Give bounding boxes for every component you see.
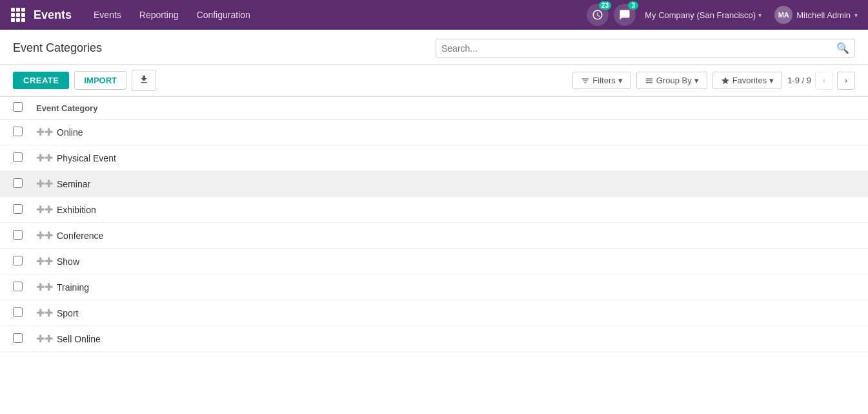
user-menu[interactable]: MA Mitchell Admin ▾ xyxy=(771,6,862,24)
pagination-next-button[interactable]: › xyxy=(837,72,855,90)
row-checkbox[interactable] xyxy=(13,333,23,343)
nav-configuration[interactable]: Configuration xyxy=(188,0,259,30)
brand-title: Events xyxy=(30,8,72,22)
drag-handle-icon[interactable]: ✚✚ xyxy=(36,333,52,345)
avatar: MA xyxy=(774,6,792,24)
row-category-name: Sport xyxy=(57,308,855,318)
row-category-name: Seminar xyxy=(57,179,855,189)
row-checkbox-col xyxy=(13,204,36,216)
user-caret-icon: ▾ xyxy=(854,12,858,19)
clock-icon xyxy=(592,9,603,21)
row-checkbox[interactable] xyxy=(13,152,23,162)
group-by-caret-icon: ▾ xyxy=(694,76,699,85)
table-row[interactable]: ✚✚ Training xyxy=(0,274,868,300)
row-checkbox-col xyxy=(13,333,36,345)
messages-badge: 3 xyxy=(628,1,638,10)
row-category-name: Conference xyxy=(57,231,855,241)
filters-caret-icon: ▾ xyxy=(618,76,623,85)
user-name: Mitchell Admin xyxy=(796,10,851,20)
drag-handle-icon[interactable]: ✚✚ xyxy=(36,178,52,190)
row-category-name: Training xyxy=(57,282,855,293)
drag-handle-icon[interactable]: ✚✚ xyxy=(36,255,52,267)
header-checkbox-col xyxy=(13,102,36,114)
row-checkbox[interactable] xyxy=(13,256,23,265)
main-content: Event Categories 🔍 CREATE IMPORT Filters… xyxy=(0,30,868,414)
row-category-name: Exhibition xyxy=(57,205,855,215)
create-button[interactable]: CREATE xyxy=(13,72,69,89)
table-row[interactable]: ✚✚ Sport xyxy=(0,300,868,326)
row-checkbox-col xyxy=(13,282,36,293)
company-caret-icon: ▾ xyxy=(758,12,762,19)
import-button[interactable]: IMPORT xyxy=(74,71,126,90)
table-row[interactable]: ✚✚ Conference xyxy=(0,223,868,249)
group-by-icon xyxy=(645,76,654,85)
filter-icon xyxy=(581,76,590,85)
favorites-star-icon xyxy=(721,76,730,85)
pagination-text: 1-9 / 9 xyxy=(787,76,811,85)
row-checkbox-col xyxy=(13,307,36,319)
row-checkbox[interactable] xyxy=(13,178,23,188)
search-container: 🔍 xyxy=(436,39,855,57)
row-category-name: Online xyxy=(57,127,855,138)
nav-reporting[interactable]: Reporting xyxy=(130,0,188,30)
app-menu-button[interactable] xyxy=(6,3,30,26)
column-event-category: Event Category xyxy=(36,103,855,113)
page-title: Event Categories xyxy=(13,41,102,55)
filter-area: Filters ▾ Group By ▾ Favorites ▾ 1-9 / 9… xyxy=(572,72,855,90)
row-checkbox[interactable] xyxy=(13,307,23,317)
row-checkbox-col xyxy=(13,230,36,242)
row-checkbox-col xyxy=(13,256,36,267)
group-by-label: Group By xyxy=(656,76,692,85)
pagination-area: 1-9 / 9 ‹ › xyxy=(787,72,855,90)
row-category-name: Show xyxy=(57,256,855,267)
page-header: Event Categories 🔍 xyxy=(0,30,868,65)
table-body: ✚✚ Online ✚✚ Physical Event ✚✚ Seminar ✚… xyxy=(0,119,868,352)
filters-label: Filters xyxy=(592,76,615,85)
table-row[interactable]: ✚✚ Online xyxy=(0,119,868,145)
table-row[interactable]: ✚✚ Show xyxy=(0,249,868,274)
row-checkbox-col xyxy=(13,178,36,190)
messages-button[interactable]: 3 xyxy=(614,4,636,26)
table-row[interactable]: ✚✚ Sell Online xyxy=(0,326,868,352)
download-icon xyxy=(139,74,149,85)
grid-icon xyxy=(11,8,25,22)
notifications-badge: 23 xyxy=(599,1,611,10)
row-checkbox-col xyxy=(13,152,36,164)
row-checkbox[interactable] xyxy=(13,282,23,291)
row-checkbox[interactable] xyxy=(13,204,23,214)
pagination-prev-button[interactable]: ‹ xyxy=(815,72,833,90)
favorites-label: Favorites xyxy=(732,76,767,85)
select-all-checkbox[interactable] xyxy=(13,102,23,112)
favorites-button[interactable]: Favorites ▾ xyxy=(712,72,782,89)
download-button[interactable] xyxy=(132,70,156,91)
main-nav: Events Reporting Configuration xyxy=(85,0,587,30)
table-row[interactable]: ✚✚ Exhibition xyxy=(0,197,868,223)
drag-handle-icon[interactable]: ✚✚ xyxy=(36,126,52,138)
favorites-caret-icon: ▾ xyxy=(769,76,774,85)
drag-handle-icon[interactable]: ✚✚ xyxy=(36,307,52,319)
company-selector[interactable]: My Company (San Francisco) ▾ xyxy=(641,10,765,20)
table-header: Event Category xyxy=(0,97,868,119)
navbar: Events Events Reporting Configuration 23… xyxy=(0,0,868,30)
filters-button[interactable]: Filters ▾ xyxy=(572,72,631,89)
action-bar: CREATE IMPORT Filters ▾ Group By ▾ Favor… xyxy=(0,65,868,97)
nav-events[interactable]: Events xyxy=(85,0,130,30)
row-checkbox[interactable] xyxy=(13,127,23,136)
row-checkbox-col xyxy=(13,127,36,138)
navbar-right: 23 3 My Company (San Francisco) ▾ MA Mit… xyxy=(587,4,862,26)
search-input[interactable] xyxy=(441,43,836,54)
drag-handle-icon[interactable]: ✚✚ xyxy=(36,152,52,164)
notifications-button[interactable]: 23 xyxy=(587,4,609,26)
company-name: My Company (San Francisco) xyxy=(645,10,756,20)
row-checkbox[interactable] xyxy=(13,230,23,240)
group-by-button[interactable]: Group By ▾ xyxy=(636,72,707,89)
table-row[interactable]: ✚✚ Physical Event xyxy=(0,145,868,171)
search-icon[interactable]: 🔍 xyxy=(836,42,849,54)
drag-handle-icon[interactable]: ✚✚ xyxy=(36,203,52,216)
table-row[interactable]: ✚✚ Seminar xyxy=(0,171,868,197)
chat-icon xyxy=(619,9,631,21)
drag-handle-icon[interactable]: ✚✚ xyxy=(36,281,52,293)
drag-handle-icon[interactable]: ✚✚ xyxy=(36,229,52,242)
row-category-name: Physical Event xyxy=(57,153,855,163)
row-category-name: Sell Online xyxy=(57,334,855,344)
